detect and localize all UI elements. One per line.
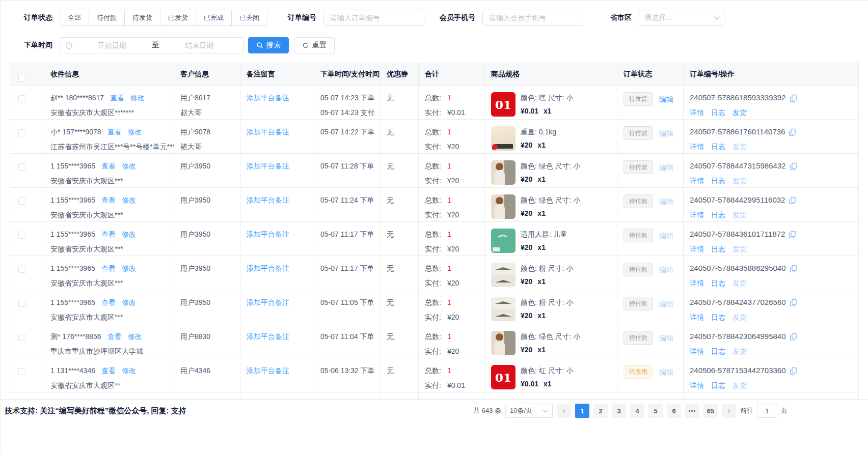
detail-link[interactable]: 详情: [690, 108, 704, 117]
copy-icon[interactable]: [790, 299, 797, 306]
copy-icon[interactable]: [789, 128, 796, 136]
copy-icon[interactable]: [790, 162, 797, 170]
log-link[interactable]: 日志: [711, 143, 725, 151]
log-link[interactable]: 日志: [711, 245, 725, 253]
detail-link[interactable]: 详情: [690, 279, 704, 287]
view-address-link[interactable]: 查看: [101, 298, 116, 306]
add-platform-note-link[interactable]: 添加平台备注: [247, 196, 289, 204]
status-tab[interactable]: 待付款: [89, 10, 124, 25]
region-select[interactable]: 请选择...: [639, 10, 725, 26]
end-date-input[interactable]: [160, 41, 239, 50]
page-button-6[interactable]: 6: [667, 404, 681, 418]
modify-address-link[interactable]: 修改: [122, 230, 136, 238]
page-button-65[interactable]: 65: [703, 404, 718, 418]
page-button-1[interactable]: 1: [575, 404, 589, 418]
log-link[interactable]: 日志: [711, 347, 725, 355]
note-cell: [240, 392, 314, 399]
row-checkbox[interactable]: [18, 368, 25, 375]
detail-link[interactable]: 详情: [690, 245, 704, 253]
add-platform-note-link[interactable]: 添加平台备注: [247, 128, 289, 136]
select-all-checkbox[interactable]: [18, 75, 25, 82]
log-link[interactable]: 日志: [711, 313, 725, 321]
customer-cell: 用户8830: [174, 324, 240, 358]
modify-address-link[interactable]: 修改: [122, 366, 136, 375]
view-address-link[interactable]: 查看: [107, 128, 122, 136]
page-button-5[interactable]: 5: [648, 404, 663, 418]
modify-address-link[interactable]: 修改: [122, 298, 136, 306]
modify-address-link[interactable]: 修改: [122, 196, 136, 204]
status-cell: [617, 392, 684, 399]
view-address-link[interactable]: 查看: [101, 366, 116, 375]
view-address-link[interactable]: 查看: [101, 196, 116, 204]
view-address-link[interactable]: 查看: [101, 264, 116, 272]
log-link[interactable]: 日志: [711, 177, 725, 185]
detail-link[interactable]: 详情: [690, 347, 704, 355]
start-date-input[interactable]: [73, 41, 151, 50]
page-button-2[interactable]: 2: [593, 404, 608, 418]
detail-link[interactable]: 详情: [690, 211, 704, 219]
add-platform-note-link[interactable]: 添加平台备注: [247, 230, 289, 238]
detail-link[interactable]: 详情: [690, 313, 704, 321]
copy-icon[interactable]: [789, 196, 796, 204]
page-button-3[interactable]: 3: [612, 404, 626, 418]
log-link[interactable]: 日志: [711, 108, 725, 117]
row-checkbox[interactable]: [18, 232, 25, 239]
support-text: 技术支持: 关注“编写美好前程”微信公众号, 回复: 支持: [5, 406, 186, 416]
status-tab[interactable]: 待发货: [124, 10, 160, 25]
modify-address-link[interactable]: 修改: [122, 264, 136, 272]
view-address-link[interactable]: 查看: [110, 94, 124, 102]
row-checkbox[interactable]: [18, 266, 25, 273]
view-address-link[interactable]: 查看: [107, 332, 122, 341]
row-checkbox[interactable]: [18, 197, 25, 205]
member-phone-input[interactable]: [482, 10, 582, 26]
log-link[interactable]: 日志: [711, 279, 725, 287]
modify-address-link[interactable]: 修改: [130, 94, 145, 102]
log-link[interactable]: 日志: [711, 211, 725, 219]
date-range-picker[interactable]: 至: [60, 37, 244, 53]
time-cell: 05-06 13:32 下单: [314, 358, 381, 392]
row-checkbox[interactable]: [18, 95, 25, 102]
add-platform-note-link[interactable]: 添加平台备注: [247, 298, 289, 306]
prev-page-button[interactable]: ‹: [557, 404, 571, 418]
more-pages-button[interactable]: •••: [685, 404, 699, 418]
copy-icon[interactable]: [789, 231, 796, 238]
add-platform-note-link[interactable]: 添加平台备注: [247, 366, 289, 375]
view-address-link[interactable]: 查看: [101, 230, 116, 238]
add-platform-note-link[interactable]: 添加平台备注: [247, 332, 289, 341]
status-tab[interactable]: 已关闭: [231, 10, 267, 25]
row-checkbox[interactable]: [18, 334, 25, 341]
view-address-link[interactable]: 查看: [101, 162, 116, 170]
order-no-input[interactable]: [323, 10, 424, 26]
modify-address-link[interactable]: 修改: [128, 332, 142, 341]
status-tab[interactable]: 全部: [60, 10, 89, 25]
add-platform-note-link[interactable]: 添加平台备注: [247, 162, 289, 170]
recipient-text: 1 155****3965: [50, 230, 95, 238]
page-size-select[interactable]: 10条/页: [505, 404, 553, 418]
add-platform-note-link[interactable]: 添加平台备注: [247, 264, 289, 272]
add-platform-note-link[interactable]: 添加平台备注: [247, 94, 289, 102]
row-checkbox[interactable]: [18, 163, 25, 171]
next-page-button[interactable]: ›: [722, 404, 736, 418]
detail-link[interactable]: 详情: [690, 381, 704, 389]
search-button[interactable]: 搜索: [248, 37, 289, 53]
row-checkbox[interactable]: [18, 129, 25, 136]
copy-icon[interactable]: [790, 94, 797, 102]
modify-address-link[interactable]: 修改: [128, 128, 142, 136]
goto-page-input[interactable]: [757, 404, 777, 418]
edit-order-link[interactable]: 编辑: [659, 94, 673, 105]
order-status-badge: 待发货: [623, 92, 653, 106]
page-button-4[interactable]: 4: [630, 404, 644, 418]
detail-link[interactable]: 详情: [690, 177, 704, 185]
log-link[interactable]: 日志: [711, 381, 725, 389]
status-tab[interactable]: 已发货: [160, 10, 196, 25]
ship-link[interactable]: 发货: [733, 108, 747, 117]
copy-icon[interactable]: [790, 367, 797, 375]
row-checkbox[interactable]: [18, 300, 25, 307]
copy-icon[interactable]: [790, 333, 797, 341]
detail-link[interactable]: 详情: [690, 143, 704, 151]
copy-icon[interactable]: [790, 265, 797, 272]
reset-button[interactable]: 重置: [294, 37, 335, 53]
coupon-cell: 无: [381, 358, 419, 392]
modify-address-link[interactable]: 修改: [122, 162, 136, 170]
status-tab[interactable]: 已完成: [196, 10, 231, 25]
